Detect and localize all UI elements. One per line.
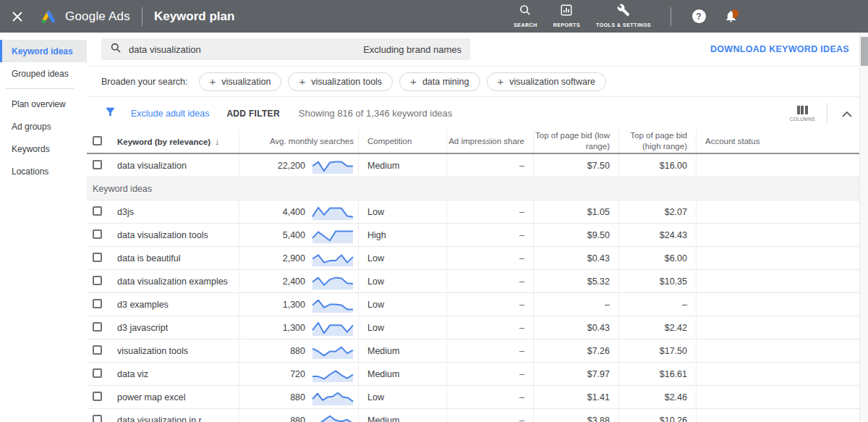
table-row[interactable]: data visualization examples 2,400 Low – … <box>87 270 868 293</box>
showing-count-text: Showing 816 of 1,346 keyword ideas <box>299 108 452 119</box>
header-avg-monthly-searches[interactable]: Avg. monthly searches <box>239 130 358 153</box>
account-status-cell <box>696 363 868 385</box>
keyword-cell: visualization tools <box>117 346 239 356</box>
avg-monthly-searches-cell: 880 <box>239 339 358 362</box>
search-qualifier-text: Excluding brand names <box>363 44 461 55</box>
tools-settings-nav-label: TOOLS & SETTINGS <box>596 22 651 28</box>
sidebar-item-locations[interactable]: Locations <box>0 160 87 182</box>
row-checkbox[interactable] <box>93 229 102 239</box>
sidebar-item-ad-groups[interactable]: Ad groups <box>0 115 87 138</box>
bid-low-cell: $7.97 <box>533 363 618 385</box>
table-row[interactable]: d3 javascript 1,300 Low – $0.43 $2.42 <box>87 316 868 339</box>
row-checkbox[interactable] <box>93 368 102 378</box>
select-all-cell <box>87 136 117 147</box>
row-checkbox[interactable] <box>93 392 102 401</box>
row-checkbox[interactable] <box>93 345 102 355</box>
header-keyword[interactable]: Keyword (by relevance)↓ <box>117 136 239 147</box>
table-row[interactable]: power map excel 880 Low – $1.41 $2.46 <box>87 386 868 409</box>
sidebar-item-grouped-ideas[interactable]: Grouped ideas <box>0 62 87 85</box>
section-label: Keyword ideas <box>93 184 152 194</box>
row-checkbox[interactable] <box>93 299 102 308</box>
table-row[interactable]: data visualization 22,200 Medium – $7.50… <box>87 154 868 177</box>
search-nav-button[interactable]: SEARCH <box>514 4 537 28</box>
avg-monthly-searches-cell: 22,200 <box>239 154 358 177</box>
avg-monthly-searches-cell: 1,300 <box>239 316 358 339</box>
table-row[interactable]: visualization tools 880 Medium – $7.26 $… <box>87 339 868 363</box>
table-row[interactable]: d3 examples 1,300 Low – – – <box>87 293 868 316</box>
plus-icon: + <box>410 76 417 87</box>
topbar: Google Ads Keyword plan SEARCH REPORTS <box>0 0 868 33</box>
exclude-adult-ideas-link[interactable]: Exclude adult ideas <box>131 109 209 119</box>
vertical-scrollbar[interactable] <box>859 33 868 422</box>
broaden-chip-visualization-tools[interactable]: +visualization tools <box>288 72 393 91</box>
topbar-left: Google Ads Keyword plan <box>0 7 234 26</box>
keyword-cell: data visualization tools <box>117 230 239 240</box>
broaden-search-label: Broaden your search: <box>101 77 188 87</box>
table-row[interactable]: data is beautiful 2,900 Low – $0.43 $6.0… <box>87 247 868 270</box>
search-query-text: data visualization <box>129 44 201 55</box>
broaden-chip-visualization[interactable]: +visualization <box>199 72 282 91</box>
add-filter-button[interactable]: ADD FILTER <box>226 109 279 119</box>
bid-high-cell: $24.43 <box>618 224 696 246</box>
ad-impression-share-cell: – <box>446 293 533 316</box>
bid-high-cell: $17.50 <box>618 339 696 362</box>
row-checkbox[interactable] <box>93 276 102 285</box>
plus-icon: + <box>299 76 305 87</box>
row-checkbox[interactable] <box>93 206 102 216</box>
scrollbar-thumb[interactable] <box>861 37 868 66</box>
row-checkbox[interactable] <box>93 415 102 422</box>
account-status-cell <box>696 386 868 408</box>
product-name: Google Ads <box>65 9 130 24</box>
table-row[interactable]: data visualization in r 880 Medium – $3.… <box>87 409 868 422</box>
filter-band: Exclude adult ideas ADD FILTER Showing 8… <box>87 97 868 130</box>
account-status-cell <box>696 409 868 422</box>
sidebar-item-plan-overview[interactable]: Plan overview <box>0 93 87 115</box>
reports-nav-button[interactable]: REPORTS <box>553 4 580 28</box>
bid-high-cell: $16.61 <box>618 363 696 385</box>
broaden-chip-visualization-software[interactable]: +visualization software <box>487 72 607 91</box>
table-row[interactable]: data visualization tools 5,400 High – $9… <box>87 224 868 247</box>
bid-low-cell: $5.32 <box>533 270 618 292</box>
close-icon[interactable] <box>12 10 25 23</box>
chevron-up-icon[interactable] <box>839 104 855 123</box>
competition-cell: Medium <box>358 339 446 362</box>
row-checkbox[interactable] <box>93 253 102 262</box>
ad-impression-share-cell: – <box>446 247 533 269</box>
select-all-checkbox[interactable] <box>93 136 102 145</box>
avg-monthly-searches-cell: 2,900 <box>239 247 358 269</box>
bid-low-cell: $0.43 <box>533 316 618 339</box>
header-ad-impression-share[interactable]: Ad impression share <box>446 130 533 153</box>
row-checkbox[interactable] <box>93 160 102 169</box>
keyword-search-input[interactable]: data visualization Excluding brand names <box>101 38 470 60</box>
search-trend-sparkline <box>312 203 354 221</box>
columns-button[interactable]: COLUMNS <box>790 106 815 122</box>
avg-monthly-searches-cell: 2,400 <box>239 270 358 292</box>
broaden-chip-data-mining[interactable]: +data mining <box>399 72 480 91</box>
competition-cell: Low <box>358 316 446 339</box>
ad-impression-share-cell: – <box>446 363 533 385</box>
competition-cell: Low <box>358 293 446 316</box>
table-row[interactable]: data viz 720 Medium – $7.97 $16.61 <box>87 363 868 386</box>
bid-high-cell: $10.26 <box>618 409 696 422</box>
help-icon[interactable]: ? <box>692 9 706 24</box>
google-ads-logo-icon <box>39 8 58 25</box>
header-bid-low[interactable]: Top of page bid (low range) <box>533 130 618 153</box>
keyword-cell: data visualization <box>117 161 239 171</box>
provided-keywords-rows: data visualization 22,200 Medium – $7.50… <box>87 154 868 177</box>
sidebar-item-keyword-ideas[interactable]: Keyword ideas <box>0 40 87 62</box>
notifications-bell-icon[interactable] <box>723 9 738 24</box>
bar-chart-icon <box>560 4 573 20</box>
header-competition[interactable]: Competition <box>358 130 446 153</box>
search-trend-sparkline <box>312 342 354 360</box>
bid-high-cell: – <box>618 293 696 316</box>
row-checkbox[interactable] <box>93 322 102 332</box>
sidebar-item-keywords[interactable]: Keywords <box>0 138 87 160</box>
tools-settings-nav-button[interactable]: TOOLS & SETTINGS <box>596 4 651 28</box>
header-bid-high[interactable]: Top of page bid (high range) <box>618 130 696 153</box>
filter-funnel-icon[interactable] <box>104 106 116 121</box>
download-keyword-ideas-link[interactable]: DOWNLOAD KEYWORD IDEAS <box>710 44 849 54</box>
header-account-status[interactable]: Account status <box>696 130 868 153</box>
avg-monthly-searches-cell: 1,300 <box>239 293 358 316</box>
ad-impression-share-cell: – <box>446 201 533 223</box>
table-row[interactable]: d3js 4,400 Low – $1.05 $2.07 <box>87 201 868 224</box>
